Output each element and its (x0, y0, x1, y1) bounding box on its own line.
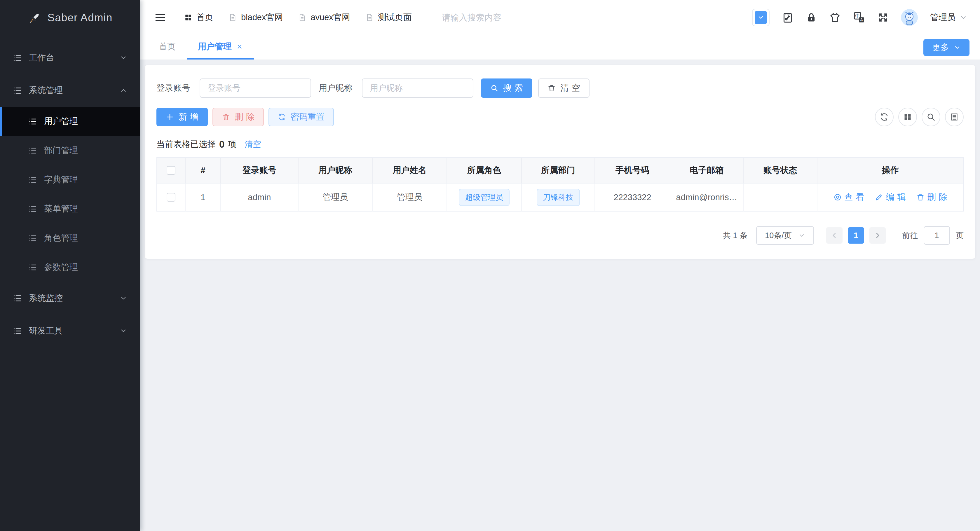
topnav-avuex[interactable]: avuex官网 (298, 12, 350, 23)
password-reset-button[interactable]: 密码重置 (269, 108, 334, 126)
sidebar-item-label: 角色管理 (44, 232, 78, 244)
goto-page-input[interactable] (924, 226, 950, 245)
list-icon (29, 263, 37, 272)
cell-account: admin (221, 183, 299, 211)
delete-button[interactable]: 删除 (212, 108, 264, 126)
list-icon (29, 117, 37, 126)
page-size-select[interactable]: 10条/页 (756, 226, 814, 245)
global-search (442, 13, 565, 22)
sidebar-item-param-mgmt[interactable]: 参数管理 (0, 253, 140, 282)
sidebar-item-label: 系统管理 (29, 84, 63, 96)
refresh-table-button[interactable] (875, 108, 894, 126)
selection-info: 当前表格已选择 0 项 清空 (156, 138, 964, 150)
username: 管理员 (930, 12, 956, 23)
col-index: # (186, 158, 221, 183)
fullscreen-icon[interactable] (878, 12, 889, 23)
cell-email: admin@ronris… (670, 183, 744, 211)
prev-page-button[interactable] (826, 227, 843, 243)
lock-screen-icon[interactable] (806, 12, 817, 23)
select-all-checkbox[interactable] (167, 166, 175, 175)
column-settings-button[interactable] (945, 108, 964, 126)
page-size-value: 10条/页 (765, 230, 792, 241)
page-number-current[interactable]: 1 (848, 227, 864, 243)
view-label: 查看 (845, 191, 867, 203)
close-icon[interactable] (236, 43, 243, 50)
table-row: 1 admin 管理员 管理员 超级管理员 刀锋科技 22233322 admi… (157, 183, 963, 211)
user-menu[interactable]: 管理员 (930, 12, 967, 23)
search-toggle-button[interactable] (922, 108, 940, 126)
grid-tools (875, 108, 964, 126)
edit-link[interactable]: 编辑 (875, 191, 906, 203)
topnav-test-page[interactable]: 测试页面 (365, 12, 412, 23)
clear-button[interactable]: 清空 (538, 78, 590, 98)
cell-index: 1 (186, 183, 221, 211)
password-reset-label: 密码重置 (291, 111, 325, 123)
collapse-menu-icon[interactable] (155, 12, 166, 23)
trash-icon (222, 113, 230, 121)
more-button[interactable]: 更多 (923, 39, 969, 56)
global-search-input[interactable] (442, 13, 565, 22)
work-order-icon[interactable] (782, 12, 794, 23)
sidebar-item-system-mgmt[interactable]: 系统管理 (0, 74, 140, 107)
selection-clear-link[interactable]: 清空 (245, 139, 261, 150)
col-role: 所属角色 (447, 158, 522, 183)
sidebar-item-user-mgmt[interactable]: 用户管理 (0, 107, 140, 136)
delete-link[interactable]: 删除 (916, 191, 947, 203)
delete-label: 删除 (928, 191, 950, 203)
account-label: 登录账号 (156, 82, 190, 94)
chevron-down-icon (798, 232, 805, 239)
sidebar-item-dict-mgmt[interactable]: 字典管理 (0, 165, 140, 194)
col-email: 电子邮箱 (670, 158, 744, 183)
sidebar-item-workbench[interactable]: 工作台 (0, 41, 140, 74)
top-nav: 首页 bladex官网 avuex官网 测试页面 (185, 12, 412, 23)
user-avatar[interactable] (901, 9, 918, 26)
next-page-button[interactable] (869, 227, 886, 243)
topnav-label: 测试页面 (378, 12, 412, 23)
cell-status (744, 183, 818, 211)
top-menu-toggle-button[interactable] (752, 9, 770, 26)
sidebar-menu: 工作台 系统管理 用户管理 部门管理 字典管理 菜单管理 角色管理 (0, 36, 140, 347)
chevron-up-icon (120, 87, 127, 94)
topnav-label: avuex官网 (310, 12, 350, 23)
search-button[interactable]: 搜索 (481, 78, 532, 98)
selection-count: 0 (216, 139, 228, 150)
grid-icon (185, 14, 192, 21)
goto-page: 前往 页 (902, 226, 964, 245)
edit-label: 编辑 (886, 191, 909, 203)
tab-label: 首页 (159, 41, 176, 52)
row-checkbox[interactable] (167, 193, 175, 202)
col-account: 登录账号 (221, 158, 299, 183)
row-actions: 查看 编辑 删除 (834, 191, 947, 203)
chevron-down-icon (120, 327, 127, 335)
nickname-input[interactable] (362, 78, 473, 98)
total-count: 共 1 条 (723, 230, 748, 241)
sidebar-item-menu-mgmt[interactable]: 菜单管理 (0, 194, 140, 224)
grid-view-button[interactable] (898, 108, 917, 126)
top-header: 首页 bladex官网 avuex官网 测试页面 (140, 0, 980, 35)
role-tag: 超级管理员 (459, 189, 509, 206)
eye-icon (834, 193, 842, 201)
add-button[interactable]: 新增 (156, 108, 208, 126)
tab-home[interactable]: 首页 (148, 35, 187, 59)
topnav-bladex[interactable]: bladex官网 (229, 12, 283, 23)
view-link[interactable]: 查看 (834, 191, 864, 203)
list-icon (13, 86, 22, 95)
sidebar-item-dept-mgmt[interactable]: 部门管理 (0, 136, 140, 165)
plus-icon (166, 113, 174, 121)
user-table: # 登录账号 用户昵称 用户姓名 所属角色 所属部门 手机号码 电子邮箱 账号状… (156, 157, 964, 211)
theme-icon[interactable] (829, 12, 841, 23)
sidebar-item-role-mgmt[interactable]: 角色管理 (0, 224, 140, 253)
trash-icon (916, 193, 924, 201)
table-toolbar: 新增 删除 密码重置 (156, 108, 964, 126)
search-button-label: 搜索 (503, 82, 526, 94)
sidebar-item-system-monitor[interactable]: 系统监控 (0, 282, 140, 315)
cell-role: 超级管理员 (447, 183, 522, 211)
tab-bar: 首页 用户管理 更多 (140, 35, 980, 60)
sidebar-item-label: 菜单管理 (44, 203, 78, 215)
cell-actions: 查看 编辑 删除 (818, 183, 963, 211)
tab-user-mgmt[interactable]: 用户管理 (187, 35, 254, 59)
account-input[interactable] (200, 78, 311, 98)
sidebar-item-dev-tools[interactable]: 研发工具 (0, 315, 140, 347)
topnav-home[interactable]: 首页 (185, 12, 213, 23)
language-switch-icon[interactable]: 中A (853, 11, 865, 24)
